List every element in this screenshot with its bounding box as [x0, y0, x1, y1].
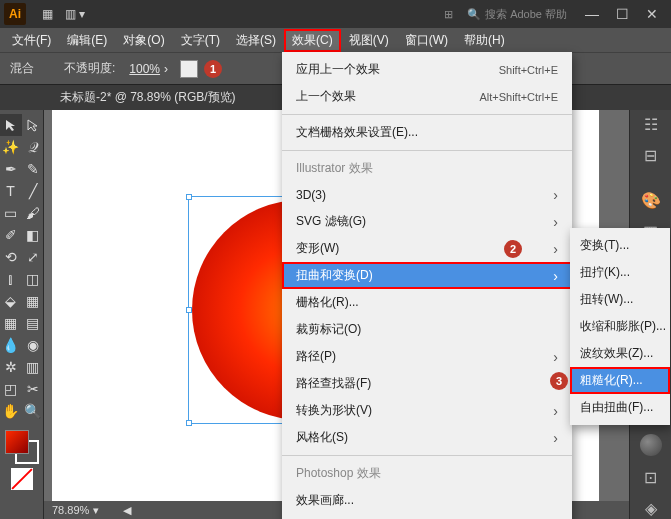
- menu-effect[interactable]: 效果(C): [284, 29, 341, 52]
- fill-swatch[interactable]: [5, 430, 29, 454]
- submenu-transform[interactable]: 变换(T)...: [570, 232, 670, 259]
- lasso-tool[interactable]: 𝒬: [22, 136, 44, 158]
- free-transform-tool[interactable]: ◫: [22, 268, 44, 290]
- menu-view[interactable]: 视图(V): [341, 29, 397, 52]
- menuitem-pathfinder[interactable]: 路径查找器(F): [282, 370, 572, 397]
- menu-object[interactable]: 对象(O): [115, 29, 172, 52]
- color-panel-icon[interactable]: 🎨: [637, 190, 665, 211]
- menuitem-rasterize[interactable]: 栅格化(R)...: [282, 289, 572, 316]
- line-tool[interactable]: ╱: [22, 180, 44, 202]
- submenu-twist[interactable]: 扭转(W)...: [570, 286, 670, 313]
- submenu-arrow-icon: [553, 187, 558, 203]
- menuitem-apply-last-effect[interactable]: 应用上一个效果 Shift+Ctrl+E: [282, 56, 572, 83]
- menuitem-label: 栅格化(R)...: [296, 294, 359, 311]
- width-tool[interactable]: ⫿: [0, 268, 22, 290]
- menuitem-warp[interactable]: 变形(W) 2: [282, 235, 572, 262]
- menuitem-path[interactable]: 路径(P): [282, 343, 572, 370]
- menuitem-last-effect[interactable]: 上一个效果 Alt+Shift+Ctrl+E: [282, 83, 572, 110]
- zoom-tool[interactable]: 🔍: [22, 400, 44, 422]
- rotate-tool[interactable]: ⟲: [0, 246, 22, 268]
- minimize-button[interactable]: —: [577, 4, 607, 24]
- maximize-button[interactable]: ☐: [607, 4, 637, 24]
- submenu-arrow-icon: [553, 349, 558, 365]
- close-button[interactable]: ✕: [637, 4, 667, 24]
- menuitem-raster-settings[interactable]: 文档栅格效果设置(E)...: [282, 119, 572, 146]
- menuitem-label: 应用上一个效果: [296, 61, 380, 78]
- handle-top-left[interactable]: [186, 194, 192, 200]
- libraries-panel-icon[interactable]: ⊟: [637, 145, 665, 166]
- nav-left-icon[interactable]: ◀: [123, 504, 131, 517]
- mesh-tool[interactable]: ▦: [0, 312, 22, 334]
- graphic-styles-panel-icon[interactable]: ⊡: [637, 466, 665, 487]
- menuitem-effect-gallery[interactable]: 效果画廊...: [282, 487, 572, 514]
- menu-select[interactable]: 选择(S): [228, 29, 284, 52]
- direct-selection-tool[interactable]: [22, 114, 44, 136]
- menuitem-crop-marks[interactable]: 裁剪标记(O): [282, 316, 572, 343]
- symbol-sprayer-tool[interactable]: ✲: [0, 356, 22, 378]
- properties-panel-icon[interactable]: ☷: [637, 114, 665, 135]
- bridge-icon[interactable]: ▦: [42, 7, 53, 21]
- chevron-down-icon[interactable]: ▾: [93, 504, 99, 517]
- menu-type[interactable]: 文字(T): [173, 29, 228, 52]
- menu-edit[interactable]: 编辑(E): [59, 29, 115, 52]
- column-graph-tool[interactable]: ▥: [22, 356, 44, 378]
- shape-builder-tool[interactable]: ⬙: [0, 290, 22, 312]
- appearance-panel-icon[interactable]: [637, 434, 665, 456]
- fill-stroke-control[interactable]: [5, 430, 39, 464]
- hand-tool[interactable]: ✋: [0, 400, 22, 422]
- submenu-roughen[interactable]: 3 粗糙化(R)...: [570, 367, 670, 394]
- menu-file[interactable]: 文件(F): [4, 29, 59, 52]
- none-swatch-icon[interactable]: [11, 468, 33, 490]
- zoom-level[interactable]: 78.89%: [52, 504, 89, 516]
- eraser-tool[interactable]: ◧: [22, 224, 44, 246]
- layers-panel-icon[interactable]: ◈: [637, 498, 665, 519]
- menu-help[interactable]: 帮助(H): [456, 29, 513, 52]
- artboard-tool[interactable]: ◰: [0, 378, 22, 400]
- menuitem-3d[interactable]: 3D(3): [282, 182, 572, 208]
- slice-tool[interactable]: ✂: [22, 378, 44, 400]
- eyedropper-tool[interactable]: 💧: [0, 334, 22, 356]
- shaper-tool[interactable]: ✐: [0, 224, 22, 246]
- swatch-icon[interactable]: [180, 60, 198, 78]
- menuitem-stylize[interactable]: 风格化(S): [282, 424, 572, 451]
- menuitem-svg-filters[interactable]: SVG 滤镜(G): [282, 208, 572, 235]
- menuitem-shortcut: Alt+Shift+Ctrl+E: [479, 91, 558, 103]
- menu-bar: 文件(F) 编辑(E) 对象(O) 文字(T) 选择(S) 效果(C) 视图(V…: [0, 28, 671, 52]
- blend-tool[interactable]: ◉: [22, 334, 44, 356]
- submenu-arrow-icon: [553, 403, 558, 419]
- submenu-arrow-icon: [553, 268, 558, 284]
- rectangle-tool[interactable]: ▭: [0, 202, 22, 224]
- menu-header-illustrator: Illustrator 效果: [282, 155, 572, 182]
- search-placeholder: 搜索 Adobe 帮助: [485, 7, 567, 22]
- perspective-tool[interactable]: ▦: [22, 290, 44, 312]
- menuitem-pixelate[interactable]: 像素化: [282, 514, 572, 519]
- submenu-zigzag[interactable]: 波纹效果(Z)...: [570, 340, 670, 367]
- chevron-down-icon[interactable]: ›: [164, 62, 168, 76]
- scale-tool[interactable]: ⤢: [22, 246, 44, 268]
- opacity-value[interactable]: 100%: [129, 62, 160, 76]
- type-tool[interactable]: T: [0, 180, 22, 202]
- annotation-marker-2: 2: [504, 240, 522, 258]
- style-swatches[interactable]: [180, 60, 200, 78]
- magic-wand-tool[interactable]: ✨: [0, 136, 22, 158]
- menuitem-distort-transform[interactable]: 扭曲和变换(D): [282, 262, 572, 289]
- help-search[interactable]: ⊞ 🔍 搜索 Adobe 帮助: [444, 7, 567, 22]
- selection-tool[interactable]: [0, 114, 22, 136]
- annotation-marker-1: 1: [204, 60, 222, 78]
- menu-header-photoshop: Photoshop 效果: [282, 460, 572, 487]
- paintbrush-tool[interactable]: 🖌: [22, 202, 44, 224]
- submenu-shrink-bloat[interactable]: 收缩和膨胀(P)...: [570, 313, 670, 340]
- menuitem-label: SVG 滤镜(G): [296, 213, 366, 230]
- handle-bottom-left[interactable]: [186, 420, 192, 426]
- submenu-pucker-bloat[interactable]: 扭拧(K)...: [570, 259, 670, 286]
- gradient-tool[interactable]: ▤: [22, 312, 44, 334]
- pen-tool[interactable]: ✒: [0, 158, 22, 180]
- handle-mid-left[interactable]: [186, 307, 192, 313]
- menu-window[interactable]: 窗口(W): [397, 29, 456, 52]
- arrange-icon[interactable]: ▥ ▾: [65, 7, 85, 21]
- document-title[interactable]: 未标题-2* @ 78.89% (RGB/预览): [60, 89, 236, 106]
- menuitem-convert-shape[interactable]: 转换为形状(V): [282, 397, 572, 424]
- curvature-tool[interactable]: ✎: [22, 158, 44, 180]
- submenu-free-distort[interactable]: 自由扭曲(F)...: [570, 394, 670, 421]
- search-icon: 🔍: [467, 8, 481, 21]
